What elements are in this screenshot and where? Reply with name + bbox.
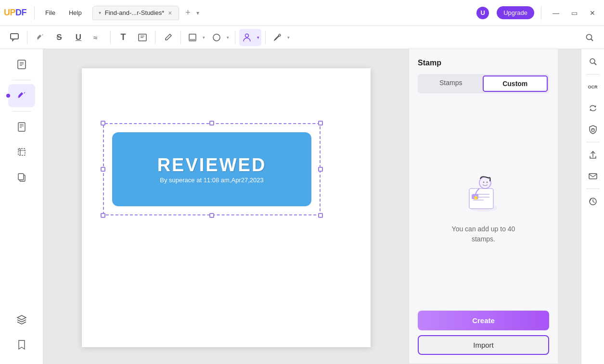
svg-point-10 bbox=[279, 34, 281, 36]
custom-tab[interactable]: Custom bbox=[483, 75, 548, 92]
text-icon: T bbox=[121, 32, 126, 42]
shape-tool-button[interactable]: ▾ bbox=[209, 29, 231, 46]
upgrade-button[interactable]: Upgrade bbox=[497, 6, 534, 19]
upgrade-label: Upgrade bbox=[503, 9, 527, 16]
document-tab[interactable]: ▾ Find-and-...r-Studies* × bbox=[92, 6, 180, 20]
fill-color-button[interactable]: ▾ bbox=[185, 29, 207, 46]
new-tab-button[interactable]: + bbox=[181, 6, 194, 20]
file-menu-button[interactable]: File bbox=[39, 6, 62, 19]
comment-tool-button[interactable] bbox=[6, 29, 23, 46]
crop-sidebar-button[interactable] bbox=[8, 140, 35, 163]
tabs-overflow-button[interactable]: ▾ bbox=[196, 10, 199, 16]
strikethrough-icon: S bbox=[56, 33, 62, 42]
protect-button[interactable] bbox=[584, 121, 602, 138]
stamp-handle-bottom-center[interactable] bbox=[209, 213, 214, 218]
stamp-handle-mid-left[interactable] bbox=[101, 167, 105, 172]
highlight-sidebar-button[interactable] bbox=[8, 84, 35, 107]
text-tool-button[interactable]: T bbox=[115, 29, 132, 46]
pencil-tool-button[interactable] bbox=[159, 29, 177, 46]
toolbar-divider-5 bbox=[235, 31, 235, 44]
left-sidebar-bottom bbox=[8, 308, 35, 360]
read-sidebar-button[interactable] bbox=[8, 53, 35, 76]
stamp-panel-content: ⭐ You can add up to 40 stamps. bbox=[418, 103, 549, 306]
stamp-illustration: ⭐ bbox=[457, 164, 510, 217]
right-sidebar: OCR bbox=[581, 49, 604, 364]
toolbar-divider-3 bbox=[155, 31, 155, 44]
import-stamp-button[interactable]: Import bbox=[418, 335, 549, 355]
svg-rect-18 bbox=[18, 123, 25, 131]
search-toolbar-button[interactable] bbox=[581, 29, 598, 46]
layers-sidebar-button[interactable] bbox=[8, 308, 35, 331]
shape-icon bbox=[209, 29, 224, 46]
search-right-button[interactable] bbox=[584, 53, 602, 70]
stamp-container[interactable]: REVIEWED By superace at 11:08 am,Apr27,2… bbox=[111, 131, 313, 208]
svg-text:⭐: ⭐ bbox=[473, 195, 479, 201]
ocr-button[interactable]: OCR bbox=[584, 78, 602, 96]
strikethrough-tool-button[interactable]: S bbox=[51, 29, 68, 46]
toolbar-divider-2 bbox=[110, 31, 111, 44]
stamp-panel: Stamp Stamps Custom bbox=[409, 49, 558, 364]
save-history-button[interactable] bbox=[584, 193, 602, 210]
pen-tool-button[interactable]: ▾ bbox=[270, 29, 292, 46]
svg-point-11 bbox=[587, 34, 592, 39]
tab-area: ▾ Find-and-...r-Studies* × + ▾ bbox=[92, 6, 476, 20]
squiggly-tool-button[interactable]: ≈ bbox=[89, 29, 106, 46]
stamps-tab[interactable]: Stamps bbox=[419, 75, 483, 92]
stamp-tool-button[interactable]: ▾ bbox=[239, 29, 261, 46]
stamp-panel-description: You can add up to 40 stamps. bbox=[452, 224, 515, 244]
create-stamp-button[interactable]: Create bbox=[418, 311, 549, 330]
close-button[interactable]: ✕ bbox=[585, 5, 600, 21]
svg-rect-24 bbox=[18, 174, 24, 180]
stamp-handle-mid-right[interactable] bbox=[318, 167, 323, 172]
active-indicator bbox=[6, 94, 10, 98]
stamp-handle-top-center[interactable] bbox=[209, 121, 214, 126]
maximize-button[interactable]: ▭ bbox=[566, 5, 582, 21]
stamp-handle-bottom-left[interactable] bbox=[101, 213, 105, 218]
share-button[interactable] bbox=[584, 146, 602, 163]
toolbar-divider-4 bbox=[180, 31, 181, 44]
stamp-dropdown[interactable]: ▾ bbox=[255, 29, 261, 46]
svg-rect-13 bbox=[18, 60, 26, 69]
left-sidebar-divider-1 bbox=[12, 80, 31, 80]
tab-dropdown-arrow[interactable]: ▾ bbox=[99, 10, 101, 15]
left-sidebar-divider-2 bbox=[12, 111, 31, 112]
svg-rect-7 bbox=[189, 39, 196, 41]
svg-point-9 bbox=[245, 34, 249, 37]
right-sidebar-divider-3 bbox=[586, 188, 600, 189]
convert-button[interactable] bbox=[584, 100, 602, 117]
right-sidebar-divider-2 bbox=[586, 142, 600, 142]
email-button[interactable] bbox=[584, 167, 602, 185]
underline-tool-button[interactable]: U bbox=[70, 29, 87, 46]
pen-dropdown[interactable]: ▾ bbox=[285, 29, 292, 46]
pages-sidebar-button[interactable] bbox=[8, 115, 35, 138]
svg-line-36 bbox=[594, 63, 596, 65]
pen-icon bbox=[270, 29, 285, 46]
stamp-panel-actions: Create Import bbox=[418, 311, 549, 355]
fill-color-dropdown[interactable]: ▾ bbox=[200, 29, 207, 46]
tab-close-button[interactable]: × bbox=[167, 9, 173, 17]
stamp-handle-top-left[interactable] bbox=[101, 121, 105, 126]
user-avatar[interactable]: U bbox=[476, 7, 489, 19]
stamp-desc-line2: stamps. bbox=[472, 235, 495, 243]
logo-up: UP bbox=[4, 8, 15, 17]
logo-df: DF bbox=[15, 8, 26, 17]
svg-point-8 bbox=[213, 34, 220, 41]
minimize-button[interactable]: — bbox=[548, 5, 564, 21]
bookmark-sidebar-button[interactable] bbox=[8, 333, 35, 356]
svg-line-12 bbox=[591, 39, 593, 41]
copy-sidebar-button[interactable] bbox=[8, 165, 35, 188]
shape-dropdown[interactable]: ▾ bbox=[224, 29, 231, 46]
stamp-handle-top-right[interactable] bbox=[318, 121, 323, 126]
help-menu-button[interactable]: Help bbox=[62, 6, 89, 19]
svg-line-17 bbox=[24, 92, 25, 93]
stamp-handle-bottom-right[interactable] bbox=[318, 213, 323, 218]
app-logo: UPDF bbox=[4, 8, 26, 18]
toolbar-right-area bbox=[581, 29, 598, 46]
title-divider-1 bbox=[34, 6, 35, 20]
left-sidebar bbox=[0, 49, 43, 364]
textbox-tool-button[interactable] bbox=[134, 29, 151, 46]
highlight-tool-button[interactable] bbox=[31, 29, 49, 46]
read-sidebar-item-wrap bbox=[8, 53, 35, 76]
main-area: REVIEWED By superace at 11:08 am,Apr27,2… bbox=[0, 49, 604, 364]
svg-text:≈: ≈ bbox=[93, 34, 98, 42]
